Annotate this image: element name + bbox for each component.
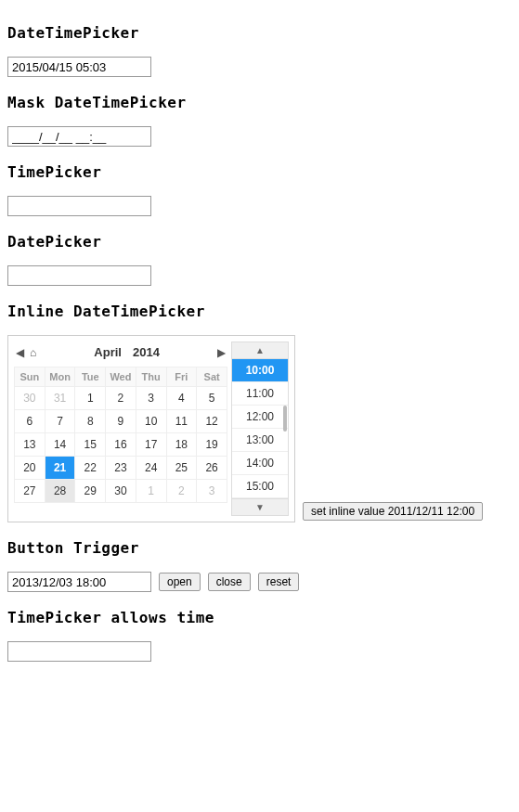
- calendar-day[interactable]: 5: [197, 387, 227, 410]
- calendar-title[interactable]: April2014: [36, 345, 217, 359]
- calendar-day[interactable]: 19: [197, 433, 227, 457]
- heading-datepicker: DatePicker: [7, 233, 512, 251]
- time-item[interactable]: 10:00: [232, 359, 288, 382]
- time-scroll-up-icon[interactable]: ▲: [231, 342, 289, 359]
- calendar-day[interactable]: 11: [166, 410, 197, 433]
- calendar-day[interactable]: 27: [15, 480, 45, 503]
- weekday-header: Wed: [106, 367, 136, 387]
- heading-timepicker: TimePicker: [7, 163, 512, 181]
- heading-timepicker-allows: TimePicker allows time: [7, 609, 512, 626]
- inline-datetimepicker: ◀ ⌂ April2014 ▶ SunMonTueWedThuFriSat 30…: [7, 335, 295, 522]
- calendar-day[interactable]: 12: [197, 410, 227, 433]
- calendar-day[interactable]: 16: [106, 433, 136, 457]
- calendar-day[interactable]: 14: [45, 433, 75, 457]
- calendar-day[interactable]: 15: [75, 433, 106, 457]
- calendar-day[interactable]: 17: [136, 433, 166, 457]
- weekday-header: Sat: [197, 367, 227, 387]
- time-item[interactable]: 11:00: [232, 382, 288, 406]
- calendar-day[interactable]: 2: [106, 387, 136, 410]
- calendar-day[interactable]: 3: [136, 387, 166, 410]
- calendar-day[interactable]: 21: [45, 457, 75, 480]
- set-inline-value-button[interactable]: set inline value 2011/12/11 12:00: [303, 502, 483, 521]
- weekday-header: Mon: [45, 367, 75, 387]
- calendar-day[interactable]: 30: [106, 480, 136, 503]
- timepicker-input[interactable]: [7, 196, 151, 216]
- calendar-day[interactable]: 10: [136, 410, 166, 433]
- time-item[interactable]: 12:00: [232, 406, 288, 429]
- next-month-icon[interactable]: ▶: [217, 346, 226, 359]
- time-item[interactable]: 14:00: [232, 452, 288, 475]
- calendar-day[interactable]: 4: [166, 387, 197, 410]
- calendar-day[interactable]: 7: [45, 410, 75, 433]
- open-button[interactable]: open: [159, 573, 201, 591]
- calendar-day[interactable]: 2: [166, 480, 197, 503]
- weekday-header: Thu: [136, 367, 166, 387]
- calendar-day[interactable]: 18: [166, 433, 197, 457]
- calendar-day[interactable]: 20: [15, 457, 45, 480]
- prev-month-icon[interactable]: ◀: [16, 346, 24, 359]
- heading-inline: Inline DateTimePicker: [7, 303, 512, 320]
- weekday-header: Fri: [166, 367, 197, 387]
- calendar-year: 2014: [133, 345, 160, 359]
- calendar-grid: SunMonTueWedThuFriSat 303112345678910111…: [14, 367, 227, 503]
- heading-button-trigger: Button Trigger: [7, 539, 512, 557]
- calendar-day[interactable]: 24: [136, 457, 166, 480]
- calendar-day[interactable]: 6: [15, 410, 45, 433]
- calendar-day[interactable]: 29: [75, 480, 106, 503]
- datetimepicker-input[interactable]: [7, 57, 151, 77]
- calendar-day[interactable]: 22: [75, 457, 106, 480]
- time-item[interactable]: 15:00: [232, 475, 288, 498]
- heading-mask: Mask DateTimePicker: [7, 94, 512, 111]
- home-icon[interactable]: ⌂: [30, 346, 36, 359]
- weekday-header: Sun: [15, 367, 45, 387]
- calendar-day[interactable]: 8: [75, 410, 106, 433]
- close-button[interactable]: close: [208, 573, 251, 591]
- weekday-header: Tue: [75, 367, 106, 387]
- calendar-day[interactable]: 3: [197, 480, 227, 503]
- time-scrollbar[interactable]: [283, 406, 287, 432]
- timepicker-allows-input[interactable]: [7, 641, 151, 662]
- mask-datetimepicker-input[interactable]: [7, 126, 151, 147]
- button-trigger-input[interactable]: [7, 572, 151, 592]
- calendar-day[interactable]: 23: [106, 457, 136, 480]
- calendar-day[interactable]: 13: [15, 433, 45, 457]
- reset-button[interactable]: reset: [258, 573, 300, 591]
- datepicker-input[interactable]: [7, 265, 151, 286]
- heading-datetimepicker: DateTimePicker: [7, 24, 512, 42]
- calendar-day[interactable]: 31: [45, 387, 75, 410]
- time-list: 10:0011:0012:0013:0014:0015:00: [231, 359, 289, 498]
- calendar-day[interactable]: 25: [166, 457, 197, 480]
- calendar-day[interactable]: 28: [45, 480, 75, 503]
- time-item[interactable]: 13:00: [232, 429, 288, 452]
- calendar-day[interactable]: 1: [75, 387, 106, 410]
- calendar-day[interactable]: 26: [197, 457, 227, 480]
- calendar-day[interactable]: 1: [136, 480, 166, 503]
- calendar-month: April: [94, 345, 122, 359]
- calendar-day[interactable]: 9: [106, 410, 136, 433]
- time-scroll-down-icon[interactable]: ▼: [231, 498, 289, 516]
- calendar-day[interactable]: 30: [15, 387, 45, 410]
